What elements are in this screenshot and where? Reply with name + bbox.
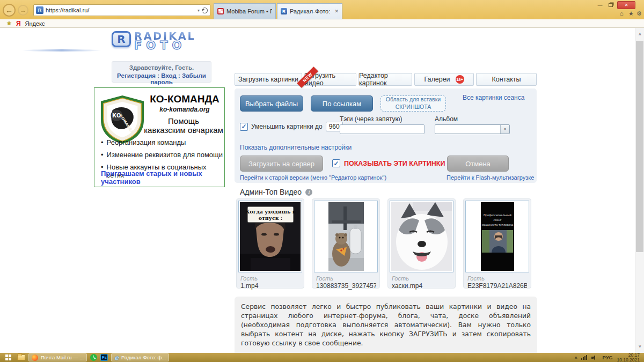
video-heading-text: Админ-Топ Видео [240,188,302,196]
video-thumbnail[interactable]: Когда уходишь в отпуск : [238,201,302,272]
tags-input[interactable] [340,124,425,134]
info-icon[interactable]: i [305,189,312,196]
tab-galleries[interactable]: Галереи 18+ [414,73,474,86]
url-text[interactable]: https://radikal.ru/ [46,7,195,13]
browser-toolbar: ← → R https://radikal.ru/ ▾ Mobiba Forum… [0,0,644,19]
scroll-down-icon[interactable]: ˅ [635,342,644,351]
video-owner: Гость [392,275,451,282]
back-button[interactable]: ← [3,4,16,17]
video-caption: Гость 1.mp4 [237,274,304,290]
upload-to-server-button[interactable]: Загрузить на сервер [240,156,323,172]
tab-upload-images[interactable]: Загрузить картинки [235,73,302,86]
forward-button[interactable]: → [18,5,28,16]
video-owner: Гость [240,275,300,282]
clock[interactable]: 20:17 10.10.2021 [617,353,642,362]
tab-label: Mobiba Forum • Просмотр те... [226,8,272,14]
select-dropdown-icon[interactable]: ▾ [500,125,509,134]
husky-thumbnail [391,202,452,271]
separator: : [157,72,159,79]
session-images-link[interactable]: Все картинки сеанса [463,94,524,101]
screenshot-paste-area[interactable]: Область для вставки СКРИНШОТА [380,95,446,112]
window-close-button[interactable]: ✕ [617,1,635,9]
logo-text: RADIKAL FOTO [134,31,196,51]
settings-gear-icon[interactable]: ⚙ [636,10,642,17]
yandex-bookmark[interactable]: Яндекс [25,20,45,27]
video-card[interactable]: Профессиональный сленг машиниста теплово… [463,198,531,289]
show-all-row: ✓ ПОКАЗЫВАТЬ ЭТИ КАРТИНКИ ВСЕМ [332,159,466,167]
language-indicator[interactable]: РУС [602,354,612,360]
video-thumbnail[interactable] [390,201,453,272]
ad-subtitle-line1: Помощь [143,116,224,125]
login-link[interactable]: Вход [161,72,176,79]
more-settings-link[interactable]: Показать дополнительные настройки [240,144,352,151]
address-bar[interactable]: R https://radikal.ru/ ▾ [33,4,210,16]
ad-subtitle: Помощь кавказским овчаркам [143,116,224,135]
resize-checkbox[interactable]: ✓ [240,123,248,131]
video-section-heading: Админ-Топ Видео i [240,188,312,196]
page-content: R RADIKAL FOTO Здравствуйте, Гость. Реги… [0,28,644,353]
video-filename[interactable]: 1.mp4 [240,282,300,290]
show-all-checkbox[interactable]: ✓ [332,159,340,167]
browser-tab-radikal[interactable]: R Радикал-Фото: фото- и ви... ✕ [277,3,342,19]
browser-tab-mobiba[interactable]: Mobiba Forum • Просмотр те... [214,3,276,19]
scroll-up-icon[interactable]: ˄ [635,30,644,39]
tab-upload-video[interactable]: NEW Загрузить видео [304,73,356,86]
album-select[interactable]: ▾ [435,124,510,134]
old-version-link[interactable]: Перейти к старой версии (меню "Редактор … [240,174,386,181]
whatsapp-icon[interactable] [90,354,97,361]
tab-image-editor[interactable]: Редактор картинок [358,73,412,86]
refresh-icon[interactable] [202,8,208,13]
ad-invite-link[interactable]: Приглашаем старых и новых участников [101,169,224,186]
firefox-task-button[interactable]: Почта Mail.ru — ... [28,353,87,361]
firefox-task-label: Почта Mail.ru — ... [41,354,84,360]
page-scrollbar[interactable]: ˄ ˅ [635,28,644,353]
register-link[interactable]: Регистрация [117,72,156,79]
tab-contacts[interactable]: Контакты [476,73,537,86]
network-signal-icon[interactable] [581,355,587,360]
back-icon: ← [5,6,13,14]
yandex-icon[interactable]: Я [16,20,21,27]
video-filename[interactable]: E23F8179A21A826B.mp4 [467,282,527,290]
cancel-button[interactable]: Отмена [447,156,509,172]
ko-komanda-ad[interactable]: КО КОМАНДА КО-КОМАНДА ko-komanda.org Пом… [94,87,225,187]
bullet-icon: • [101,151,104,159]
video-thumbnail[interactable] [314,201,378,272]
ad-title: КО-КОМАНДА [147,93,222,105]
groundhog-thumbnail [328,202,364,271]
video-filename[interactable]: 130883735_392745735294 [316,282,376,290]
windows-logo-icon [5,354,11,360]
start-button[interactable] [2,353,14,361]
add-favorite-star-icon[interactable]: ★ [6,20,12,27]
ie-task-button[interactable]: e Радикал-Фото: ф... [111,353,169,361]
home-icon[interactable]: ⌂ [620,10,624,17]
video-owner: Гость [467,275,527,282]
site-nav-tabs: Загрузить картинки NEW Загрузить видео Р… [235,73,537,86]
video-card[interactable]: Гость 130883735_392745735294 [312,198,380,289]
mobiba-favicon-icon [217,8,224,14]
select-files-button[interactable]: Выбрать файлы [240,95,303,112]
tab-close-icon[interactable]: ✕ [333,9,339,14]
url-dropdown-icon[interactable]: ▾ [197,8,200,13]
photoshop-icon[interactable]: Ps [100,354,108,361]
window-minimize-button[interactable]: — [596,2,604,9]
tray-expand-icon[interactable]: ʌ [575,355,577,360]
volume-icon[interactable] [591,355,598,360]
svg-text:Когда уходишь в: Когда уходишь в [245,209,296,215]
forward-icon: → [20,6,26,14]
favorites-icon[interactable]: ★ [628,10,634,17]
by-links-button[interactable]: По ссылкам [311,95,373,112]
logo-r-icon: R [112,31,131,47]
video-thumbnail[interactable]: Профессиональный сленг машиниста теплово… [465,201,529,272]
video-card[interactable]: Когда уходишь в отпуск : Гость 1.mp4 [236,198,304,289]
scrollbar-thumb[interactable] [636,41,643,252]
file-explorer-icon[interactable] [17,354,25,360]
tab-label: Контакты [492,76,521,83]
radikal-logo[interactable]: R RADIKAL FOTO [112,31,196,51]
window-restore-button[interactable] [606,2,615,9]
video-filename[interactable]: хаски.mp4 [392,282,451,290]
video-card[interactable]: Гость хаски.mp4 [387,198,456,289]
train-driver-thumbnail: Профессиональный сленг машиниста теплово… [481,202,514,271]
flash-upload-link[interactable]: Перейти к Flash-мультизагрузке [447,174,534,181]
screenshot-label-line2: СКРИНШОТА [381,104,445,111]
logo-underline [21,49,102,51]
